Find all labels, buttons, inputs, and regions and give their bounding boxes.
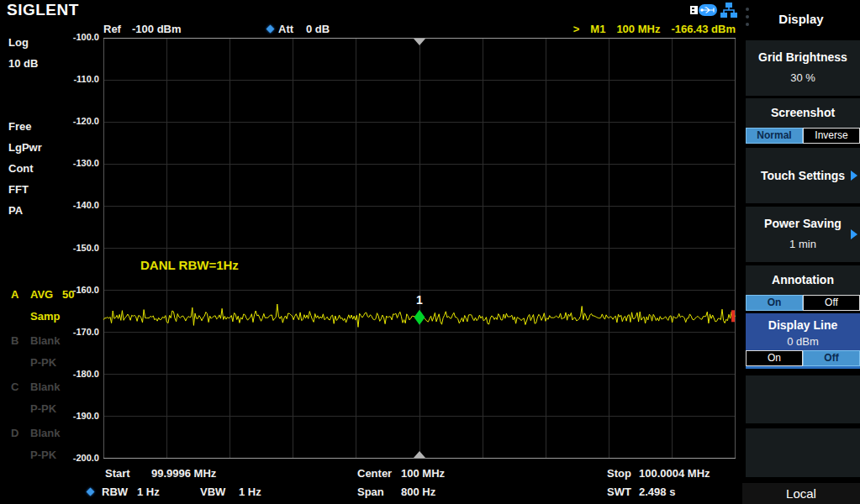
- screenshot-normal-option[interactable]: Normal: [746, 128, 803, 144]
- display-menu-panel: Display Grid Brightness 30 % Screenshot …: [742, 0, 860, 504]
- y-tick-label: -180.0: [52, 369, 99, 379]
- marker-amplitude: -166.43 dBm: [671, 23, 736, 35]
- power-saving-value: 1 min: [746, 238, 860, 250]
- annotation-label: Annotation: [746, 273, 860, 286]
- trace-c-mode: Blank: [30, 381, 60, 393]
- stop-label: Stop: [607, 467, 631, 480]
- trace-d-mode: Blank: [30, 427, 60, 439]
- menu-item-annotation[interactable]: Annotation On Off: [746, 265, 860, 311]
- grid-brightness-label: Grid Brightness: [746, 50, 860, 64]
- sweep-mode: Cont: [8, 162, 34, 175]
- trace-b-id: B: [11, 334, 18, 347]
- menu-item-touch-settings[interactable]: Touch Settings: [746, 148, 860, 203]
- y-tick-label: -110.0: [52, 74, 99, 84]
- lan-icon: [720, 3, 737, 21]
- menu-grip-icon: [746, 8, 749, 26]
- att-label: Att: [278, 23, 293, 35]
- graticule: [103, 38, 736, 459]
- siglent-logo: SIGLENT: [7, 1, 79, 19]
- trace-a-detector: Samp: [30, 310, 60, 323]
- vbw-value: 1 Hz: [239, 486, 261, 498]
- menu-item-grid-brightness[interactable]: Grid Brightness 30 %: [746, 40, 860, 96]
- trace-d-id: D: [11, 427, 18, 439]
- y-tick-label: -130.0: [52, 158, 99, 168]
- marker-readout: > M1 100 MHz -166.43 dBm: [573, 23, 736, 35]
- display-line-off-option[interactable]: Off: [803, 350, 860, 366]
- ref-label: Ref: [103, 23, 121, 35]
- menu-item-screenshot[interactable]: Screenshot Normal Inverse: [746, 98, 860, 144]
- spectrum-plot: DANL RBW=1Hz 1: [103, 38, 736, 459]
- span-label: Span: [357, 486, 384, 498]
- annotation-on-option[interactable]: On: [746, 295, 803, 311]
- att-value: 0 dB: [306, 23, 330, 35]
- y-tick-label: -170.0: [52, 327, 99, 337]
- menu-item-empty-1: [746, 375, 860, 423]
- fft-mode: FFT: [8, 183, 29, 196]
- submenu-arrow-icon: [851, 229, 857, 239]
- grid-brightness-value: 30 %: [746, 71, 860, 84]
- ref-value: -100 dBm: [132, 23, 182, 35]
- screenshot-inverse-option[interactable]: Inverse: [803, 128, 860, 144]
- center-freq-bottom-triangle-icon: [414, 451, 425, 458]
- rbw-label: RBW: [102, 486, 128, 498]
- center-label: Center: [357, 467, 392, 480]
- trigger-mode: Free: [8, 120, 31, 133]
- y-tick-label: -100.0: [52, 32, 99, 42]
- center-value: 100 MHz: [401, 467, 445, 480]
- display-line-value: 0 dBm: [746, 335, 860, 348]
- start-value: 99.9996 MHz: [151, 467, 216, 480]
- annotation-off-option[interactable]: Off: [803, 295, 860, 311]
- trace-a-mode: AVG: [30, 288, 53, 301]
- screenshot-label: Screenshot: [746, 106, 860, 119]
- y-tick-label: -150.0: [52, 243, 99, 253]
- stop-value: 100.0004 MHz: [639, 467, 710, 480]
- y-tick-label: -140.0: [52, 200, 99, 210]
- pa-mode: PA: [8, 204, 23, 217]
- marker-1-diamond-icon[interactable]: [414, 310, 425, 325]
- y-tick-label: -190.0: [52, 411, 99, 421]
- amp-scale-type: Log: [8, 36, 29, 49]
- trace-a-id: A: [11, 288, 18, 301]
- local-button[interactable]: Local: [742, 483, 860, 504]
- marker-freq: 100 MHz: [616, 23, 660, 35]
- start-label: Start: [105, 467, 130, 480]
- trace-c-id: C: [11, 381, 18, 393]
- center-freq-top-triangle-icon: [414, 39, 425, 45]
- menu-item-display-line[interactable]: Display Line 0 dBm On Off: [746, 313, 860, 369]
- spectrum-analyzer-screen: SIGLENT Ref -100 dBm Att 0 dB > M1 100 M…: [0, 0, 860, 504]
- y-tick-label: -200.0: [52, 453, 99, 463]
- marker-id: M1: [590, 23, 605, 35]
- plot-annotation: DANL RBW=1Hz: [140, 258, 239, 272]
- rbw-value: 1 Hz: [137, 486, 160, 498]
- rbw-coupled-icon: [87, 488, 95, 496]
- power-mode: LgPwr: [8, 141, 42, 154]
- touch-settings-label: Touch Settings: [746, 169, 860, 182]
- menu-item-empty-2: [746, 428, 860, 477]
- amp-scale-div: 10 dB: [8, 57, 38, 70]
- trace-b-detector: P-PK: [30, 356, 56, 369]
- menu-item-power-saving[interactable]: Power Saving 1 min: [746, 207, 860, 262]
- trace-edge-mark: [731, 310, 735, 322]
- span-value: 800 Hz: [401, 486, 435, 498]
- menu-title: Display: [742, 0, 860, 37]
- y-tick-label: -160.0: [52, 285, 99, 295]
- att-coupled-icon: [266, 25, 275, 34]
- marker-label: 1: [414, 293, 425, 307]
- display-line-on-option[interactable]: On: [746, 350, 803, 366]
- power-saving-label: Power Saving: [746, 217, 860, 230]
- swt-label: SWT: [607, 486, 631, 498]
- usb-icon: [689, 3, 718, 20]
- y-tick-label: -120.0: [52, 116, 99, 126]
- vbw-label: VBW: [200, 486, 225, 498]
- swt-value: 2.498 s: [639, 486, 675, 498]
- submenu-arrow-icon: [851, 171, 857, 181]
- marker-prefix: >: [573, 23, 580, 35]
- display-line-label: Display Line: [746, 318, 860, 332]
